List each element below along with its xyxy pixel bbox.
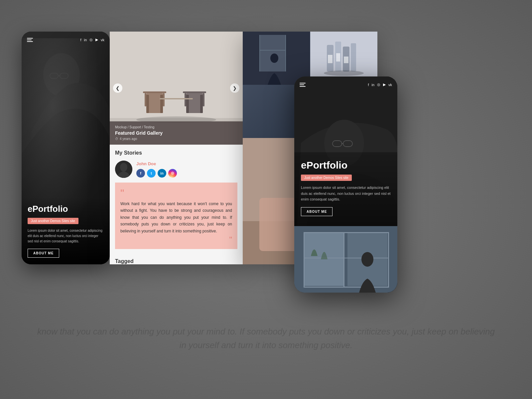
- right-phone-tagline: Just another Demos Sites site: [301, 175, 352, 181]
- right-hamburger-icon[interactable]: [300, 83, 306, 87]
- svg-rect-56: [304, 232, 389, 233]
- right-phone-navbar: f in ◎ ▶ vk: [300, 82, 392, 87]
- svg-rect-54: [343, 232, 344, 287]
- svg-rect-3: [60, 73, 68, 78]
- center-body: My Stories John Doe f t in ◎: [110, 145, 243, 254]
- vk-icon[interactable]: vk: [101, 38, 104, 42]
- svg-point-28: [270, 54, 278, 63]
- svg-rect-9: [146, 95, 149, 113]
- caption-breadcrumbs: Mockup / Support / Testing: [115, 125, 237, 129]
- svg-rect-36: [344, 57, 348, 63]
- author-avatar-image: [115, 161, 132, 178]
- author-socials: f t in ◎: [136, 169, 177, 178]
- svg-rect-11: [145, 93, 146, 106]
- quote-close-mark: ": [120, 236, 232, 244]
- svg-point-59: [361, 252, 373, 267]
- svg-rect-53: [304, 232, 305, 287]
- left-phone-content: ePortfolio Just another Demos Sites site…: [22, 197, 110, 264]
- caption-tag-mockup[interactable]: Mockup: [115, 125, 127, 129]
- svg-rect-26: [285, 35, 286, 71]
- svg-rect-17: [185, 93, 186, 106]
- svg-point-1: [43, 53, 80, 96]
- quote-box: " Work hard for what you want because it…: [115, 183, 237, 249]
- right-vk-icon[interactable]: vk: [388, 83, 392, 87]
- svg-rect-2: [50, 73, 58, 78]
- linkedin-icon[interactable]: in: [84, 38, 87, 42]
- right-phone-lorem: Lorem ipsum dolor sit amet, consectetur …: [301, 185, 391, 202]
- svg-rect-13: [183, 91, 206, 93]
- svg-rect-7: [143, 91, 166, 93]
- author-facebook-button[interactable]: f: [136, 169, 145, 178]
- author-linkedin-button[interactable]: in: [158, 169, 166, 178]
- svg-rect-35: [336, 53, 340, 62]
- caption-post-title[interactable]: Featured Grid Gallery: [115, 130, 237, 136]
- caption-tag-support[interactable]: Support: [129, 125, 141, 129]
- right-youtube-icon[interactable]: ▶: [383, 82, 386, 87]
- center-content-panel: ❮ ❯ Mockup / Support / Testing Featured …: [110, 32, 243, 264]
- svg-rect-15: [186, 95, 189, 113]
- svg-rect-10: [160, 95, 163, 113]
- author-twitter-button[interactable]: t: [147, 169, 156, 178]
- window-photo-inner: [294, 226, 397, 293]
- phone-right-mockup: f in ◎ ▶ vk ePortfolio Just another Demo…: [294, 76, 397, 293]
- left-phone-about-me-button[interactable]: ABOUT ME: [28, 249, 59, 258]
- caption-tag-testing[interactable]: Testing: [144, 125, 155, 129]
- left-phone-tagline: Just another Demos Sites site: [28, 218, 78, 224]
- svg-rect-19: [160, 98, 193, 99]
- author-instagram-button[interactable]: ◎: [168, 169, 177, 178]
- right-phone-about-me-button[interactable]: ABOUT ME: [301, 207, 332, 216]
- svg-rect-25: [259, 35, 260, 71]
- tagged-section: Tagged: [110, 254, 243, 264]
- right-linkedin-icon[interactable]: in: [371, 83, 374, 87]
- svg-rect-27: [259, 50, 286, 51]
- instagram-icon[interactable]: ◎: [89, 38, 93, 42]
- right-instagram-icon[interactable]: ◎: [377, 82, 380, 87]
- clock-icon: [115, 137, 118, 141]
- my-stories-title: My Stories: [115, 150, 237, 156]
- left-phone-navbar: f in ◎ ▶ vk: [27, 38, 104, 42]
- svg-point-37: [324, 70, 364, 76]
- carousel-prev-button[interactable]: ❮: [113, 83, 122, 93]
- left-phone-title: ePortfolio: [28, 204, 104, 214]
- svg-rect-57: [304, 287, 389, 288]
- tagged-title: Tagged: [115, 258, 237, 264]
- svg-rect-24: [259, 35, 286, 71]
- image-caption: Mockup / Support / Testing Featured Grid…: [110, 121, 243, 145]
- author-info: John Doe f t in ◎: [136, 161, 177, 178]
- phone-left-mockup: f in ◎ ▶ vk ePortfolio Just another Demo…: [22, 32, 110, 264]
- facebook-icon[interactable]: f: [80, 38, 81, 42]
- svg-rect-12: [163, 93, 165, 106]
- left-phone-social-icons: f in ◎ ▶ vk: [80, 38, 104, 42]
- right-phone-social-icons: f in ◎ ▶ vk: [368, 82, 392, 87]
- right-phone-window-photo: [294, 226, 397, 293]
- author-avatar: [115, 161, 132, 178]
- left-phone-lorem: Lorem ipsum dolor sit amet, consectetur …: [28, 228, 104, 244]
- svg-rect-18: [203, 93, 204, 106]
- hamburger-icon[interactable]: [27, 38, 33, 42]
- svg-rect-58: [304, 258, 389, 258]
- background-quote-text: know that you can do anything you put yo…: [33, 325, 499, 352]
- svg-rect-55: [388, 232, 389, 287]
- svg-point-22: [120, 163, 127, 172]
- svg-rect-34: [328, 55, 332, 63]
- carousel-next-button[interactable]: ❯: [230, 83, 239, 93]
- svg-rect-33: [351, 43, 356, 71]
- caption-time-text: 4 years ago: [120, 137, 137, 141]
- right-phone-title: ePortfolio: [301, 160, 391, 171]
- youtube-icon[interactable]: ▶: [95, 38, 98, 42]
- quote-open-mark: ": [120, 188, 232, 199]
- quote-text: Work hard for what you want because it w…: [120, 200, 232, 234]
- author-name: John Doe: [136, 161, 177, 166]
- svg-rect-16: [200, 95, 203, 113]
- center-header-image: ❮ ❯ Mockup / Support / Testing Featured …: [110, 32, 243, 145]
- caption-time: 4 years ago: [115, 137, 237, 141]
- author-row: John Doe f t in ◎: [115, 161, 237, 178]
- right-facebook-icon[interactable]: f: [368, 83, 369, 87]
